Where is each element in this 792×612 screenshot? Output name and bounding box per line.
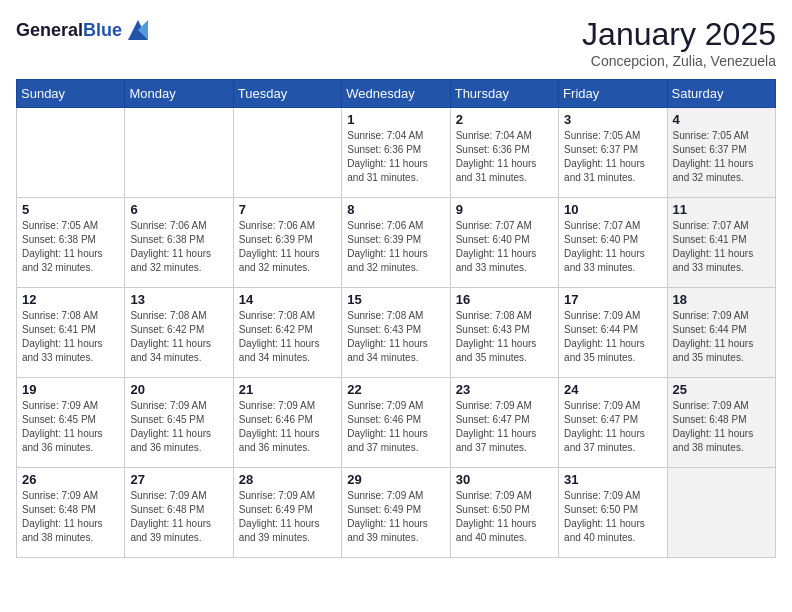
day-info: Sunrise: 7:07 AMSunset: 6:40 PMDaylight:… bbox=[456, 219, 553, 275]
day-info: Sunrise: 7:08 AMSunset: 6:41 PMDaylight:… bbox=[22, 309, 119, 365]
calendar-cell: 1Sunrise: 7:04 AMSunset: 6:36 PMDaylight… bbox=[342, 108, 450, 198]
day-number: 31 bbox=[564, 472, 661, 487]
day-info: Sunrise: 7:09 AMSunset: 6:47 PMDaylight:… bbox=[564, 399, 661, 455]
calendar-cell: 26Sunrise: 7:09 AMSunset: 6:48 PMDayligh… bbox=[17, 468, 125, 558]
day-info: Sunrise: 7:09 AMSunset: 6:49 PMDaylight:… bbox=[239, 489, 336, 545]
calendar-cell bbox=[17, 108, 125, 198]
day-info: Sunrise: 7:08 AMSunset: 6:43 PMDaylight:… bbox=[347, 309, 444, 365]
calendar-cell bbox=[667, 468, 775, 558]
day-number: 10 bbox=[564, 202, 661, 217]
logo-general: General bbox=[16, 20, 83, 40]
weekday-header-row: SundayMondayTuesdayWednesdayThursdayFrid… bbox=[17, 80, 776, 108]
calendar-cell: 29Sunrise: 7:09 AMSunset: 6:49 PMDayligh… bbox=[342, 468, 450, 558]
day-number: 3 bbox=[564, 112, 661, 127]
day-number: 21 bbox=[239, 382, 336, 397]
day-number: 13 bbox=[130, 292, 227, 307]
calendar-cell: 15Sunrise: 7:08 AMSunset: 6:43 PMDayligh… bbox=[342, 288, 450, 378]
day-number: 17 bbox=[564, 292, 661, 307]
calendar-cell: 2Sunrise: 7:04 AMSunset: 6:36 PMDaylight… bbox=[450, 108, 558, 198]
day-info: Sunrise: 7:07 AMSunset: 6:41 PMDaylight:… bbox=[673, 219, 770, 275]
day-info: Sunrise: 7:05 AMSunset: 6:37 PMDaylight:… bbox=[564, 129, 661, 185]
month-title: January 2025 bbox=[582, 16, 776, 53]
day-number: 8 bbox=[347, 202, 444, 217]
day-info: Sunrise: 7:08 AMSunset: 6:42 PMDaylight:… bbox=[239, 309, 336, 365]
day-info: Sunrise: 7:06 AMSunset: 6:39 PMDaylight:… bbox=[347, 219, 444, 275]
day-number: 30 bbox=[456, 472, 553, 487]
week-row-1: 1Sunrise: 7:04 AMSunset: 6:36 PMDaylight… bbox=[17, 108, 776, 198]
calendar-cell: 16Sunrise: 7:08 AMSunset: 6:43 PMDayligh… bbox=[450, 288, 558, 378]
day-info: Sunrise: 7:09 AMSunset: 6:48 PMDaylight:… bbox=[22, 489, 119, 545]
day-number: 14 bbox=[239, 292, 336, 307]
calendar-cell: 8Sunrise: 7:06 AMSunset: 6:39 PMDaylight… bbox=[342, 198, 450, 288]
calendar-cell: 13Sunrise: 7:08 AMSunset: 6:42 PMDayligh… bbox=[125, 288, 233, 378]
calendar-cell bbox=[233, 108, 341, 198]
day-info: Sunrise: 7:09 AMSunset: 6:50 PMDaylight:… bbox=[564, 489, 661, 545]
day-number: 6 bbox=[130, 202, 227, 217]
weekday-header-friday: Friday bbox=[559, 80, 667, 108]
day-info: Sunrise: 7:09 AMSunset: 6:50 PMDaylight:… bbox=[456, 489, 553, 545]
week-row-3: 12Sunrise: 7:08 AMSunset: 6:41 PMDayligh… bbox=[17, 288, 776, 378]
calendar-cell: 3Sunrise: 7:05 AMSunset: 6:37 PMDaylight… bbox=[559, 108, 667, 198]
day-number: 2 bbox=[456, 112, 553, 127]
week-row-5: 26Sunrise: 7:09 AMSunset: 6:48 PMDayligh… bbox=[17, 468, 776, 558]
day-number: 23 bbox=[456, 382, 553, 397]
day-info: Sunrise: 7:09 AMSunset: 6:49 PMDaylight:… bbox=[347, 489, 444, 545]
day-info: Sunrise: 7:05 AMSunset: 6:38 PMDaylight:… bbox=[22, 219, 119, 275]
logo-icon bbox=[124, 16, 152, 44]
day-number: 12 bbox=[22, 292, 119, 307]
calendar-cell: 17Sunrise: 7:09 AMSunset: 6:44 PMDayligh… bbox=[559, 288, 667, 378]
day-number: 15 bbox=[347, 292, 444, 307]
weekday-header-tuesday: Tuesday bbox=[233, 80, 341, 108]
calendar-cell: 30Sunrise: 7:09 AMSunset: 6:50 PMDayligh… bbox=[450, 468, 558, 558]
logo-blue: Blue bbox=[83, 20, 122, 40]
calendar-cell bbox=[125, 108, 233, 198]
calendar-cell: 25Sunrise: 7:09 AMSunset: 6:48 PMDayligh… bbox=[667, 378, 775, 468]
day-info: Sunrise: 7:07 AMSunset: 6:40 PMDaylight:… bbox=[564, 219, 661, 275]
weekday-header-sunday: Sunday bbox=[17, 80, 125, 108]
day-number: 19 bbox=[22, 382, 119, 397]
calendar-cell: 4Sunrise: 7:05 AMSunset: 6:37 PMDaylight… bbox=[667, 108, 775, 198]
page-header: GeneralBlue January 2025 Concepcion, Zul… bbox=[16, 16, 776, 69]
calendar-cell: 9Sunrise: 7:07 AMSunset: 6:40 PMDaylight… bbox=[450, 198, 558, 288]
calendar-cell: 24Sunrise: 7:09 AMSunset: 6:47 PMDayligh… bbox=[559, 378, 667, 468]
day-number: 29 bbox=[347, 472, 444, 487]
day-info: Sunrise: 7:09 AMSunset: 6:45 PMDaylight:… bbox=[130, 399, 227, 455]
calendar-cell: 27Sunrise: 7:09 AMSunset: 6:48 PMDayligh… bbox=[125, 468, 233, 558]
logo: GeneralBlue bbox=[16, 16, 152, 44]
day-number: 16 bbox=[456, 292, 553, 307]
day-number: 28 bbox=[239, 472, 336, 487]
day-info: Sunrise: 7:08 AMSunset: 6:43 PMDaylight:… bbox=[456, 309, 553, 365]
day-info: Sunrise: 7:06 AMSunset: 6:38 PMDaylight:… bbox=[130, 219, 227, 275]
day-info: Sunrise: 7:04 AMSunset: 6:36 PMDaylight:… bbox=[456, 129, 553, 185]
calendar-cell: 12Sunrise: 7:08 AMSunset: 6:41 PMDayligh… bbox=[17, 288, 125, 378]
calendar-cell: 19Sunrise: 7:09 AMSunset: 6:45 PMDayligh… bbox=[17, 378, 125, 468]
title-area: January 2025 Concepcion, Zulia, Venezuel… bbox=[582, 16, 776, 69]
calendar-cell: 10Sunrise: 7:07 AMSunset: 6:40 PMDayligh… bbox=[559, 198, 667, 288]
day-info: Sunrise: 7:09 AMSunset: 6:48 PMDaylight:… bbox=[673, 399, 770, 455]
calendar-cell: 28Sunrise: 7:09 AMSunset: 6:49 PMDayligh… bbox=[233, 468, 341, 558]
day-info: Sunrise: 7:09 AMSunset: 6:44 PMDaylight:… bbox=[564, 309, 661, 365]
day-number: 1 bbox=[347, 112, 444, 127]
calendar-cell: 6Sunrise: 7:06 AMSunset: 6:38 PMDaylight… bbox=[125, 198, 233, 288]
day-number: 24 bbox=[564, 382, 661, 397]
day-number: 18 bbox=[673, 292, 770, 307]
calendar-cell: 7Sunrise: 7:06 AMSunset: 6:39 PMDaylight… bbox=[233, 198, 341, 288]
day-info: Sunrise: 7:08 AMSunset: 6:42 PMDaylight:… bbox=[130, 309, 227, 365]
calendar-cell: 11Sunrise: 7:07 AMSunset: 6:41 PMDayligh… bbox=[667, 198, 775, 288]
day-number: 25 bbox=[673, 382, 770, 397]
calendar-cell: 5Sunrise: 7:05 AMSunset: 6:38 PMDaylight… bbox=[17, 198, 125, 288]
weekday-header-saturday: Saturday bbox=[667, 80, 775, 108]
calendar-cell: 20Sunrise: 7:09 AMSunset: 6:45 PMDayligh… bbox=[125, 378, 233, 468]
weekday-header-monday: Monday bbox=[125, 80, 233, 108]
day-number: 9 bbox=[456, 202, 553, 217]
day-info: Sunrise: 7:09 AMSunset: 6:44 PMDaylight:… bbox=[673, 309, 770, 365]
day-info: Sunrise: 7:04 AMSunset: 6:36 PMDaylight:… bbox=[347, 129, 444, 185]
day-info: Sunrise: 7:09 AMSunset: 6:48 PMDaylight:… bbox=[130, 489, 227, 545]
location-subtitle: Concepcion, Zulia, Venezuela bbox=[582, 53, 776, 69]
day-number: 20 bbox=[130, 382, 227, 397]
day-info: Sunrise: 7:09 AMSunset: 6:46 PMDaylight:… bbox=[239, 399, 336, 455]
calendar-cell: 22Sunrise: 7:09 AMSunset: 6:46 PMDayligh… bbox=[342, 378, 450, 468]
day-number: 11 bbox=[673, 202, 770, 217]
week-row-4: 19Sunrise: 7:09 AMSunset: 6:45 PMDayligh… bbox=[17, 378, 776, 468]
day-number: 27 bbox=[130, 472, 227, 487]
